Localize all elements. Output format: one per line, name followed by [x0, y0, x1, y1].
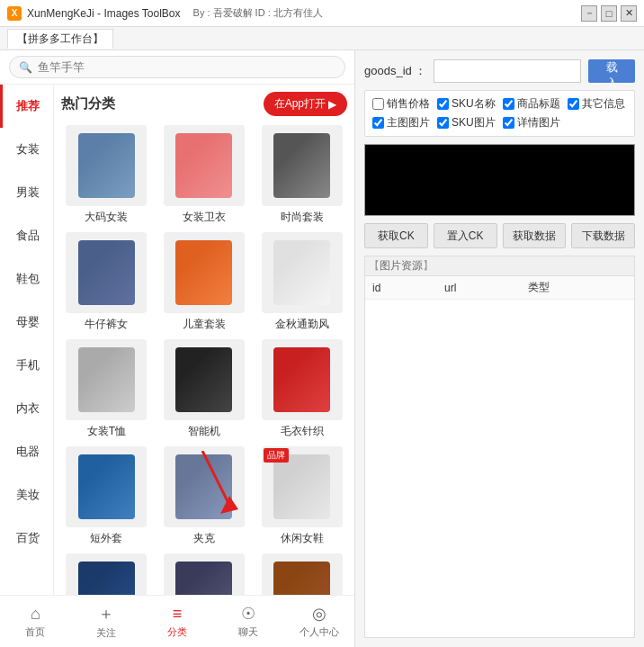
search-input[interactable]: [38, 60, 182, 74]
goods-id-row: goods_id ： 载入: [364, 59, 635, 83]
product-item-11[interactable]: 夹克: [159, 446, 250, 546]
action-buttons: 获取CK置入CK获取数据下载数据: [364, 223, 635, 248]
open-app-button[interactable]: 在App打开 ▶: [264, 92, 347, 116]
products-title: 热门分类: [61, 95, 115, 112]
active-tab[interactable]: 【拼多多工作台】: [7, 29, 113, 49]
checkbox-detail_img[interactable]: 详情图片: [503, 115, 560, 130]
product-label: 毛衣针织: [281, 424, 324, 439]
nav-item-chat[interactable]: ☉聊天: [212, 604, 283, 639]
product-item-14[interactable]: 休闲裤男: [159, 553, 250, 595]
checkbox-input-detail_img[interactable]: [503, 117, 514, 129]
product-item-12[interactable]: 品牌休闲女鞋: [256, 446, 347, 546]
product-label: 女装T恤: [87, 424, 126, 439]
checkbox-input-main_img[interactable]: [372, 117, 384, 129]
checkbox-label-sku_img: SKU图片: [452, 115, 496, 130]
profile-icon: ◎: [312, 604, 326, 624]
window-controls: － □ ✕: [581, 5, 637, 22]
category-item-shoes[interactable]: 鞋包: [0, 257, 53, 301]
minimize-button[interactable]: －: [581, 5, 597, 22]
chat-label: 聊天: [238, 625, 258, 639]
nav-item-category[interactable]: ≡分类: [142, 605, 213, 639]
resources-table: id url 类型: [365, 276, 634, 300]
search-icon: 🔍: [19, 61, 32, 74]
category-item-womens[interactable]: 女装: [0, 128, 53, 171]
title-bar-left: X XunMengKeJi - Images ToolBox By : 吾爱破解…: [7, 6, 323, 21]
product-item-7[interactable]: 女装T恤: [61, 339, 152, 439]
checkbox-input-sku_img[interactable]: [437, 117, 449, 129]
category-item-baby[interactable]: 母婴: [0, 301, 53, 344]
products-grid: 大码女装女装卫衣时尚套装牛仔裤女儿童套装金秋通勤风女装T恤智能机毛衣针织短外套夹…: [61, 125, 347, 595]
app-icon: X: [7, 6, 22, 21]
follow-icon: ＋: [98, 603, 114, 625]
products-header: 热门分类 在App打开 ▶: [61, 92, 347, 116]
search-input-wrap: 🔍: [9, 56, 345, 78]
product-item-3[interactable]: 时尚套装: [256, 125, 347, 225]
product-item-1[interactable]: 大码女装: [61, 125, 152, 225]
category-item-food[interactable]: 食品: [0, 214, 53, 257]
checkbox-label-main_img: 主图图片: [387, 115, 430, 130]
category-item-appliances[interactable]: 电器: [0, 430, 53, 473]
chat-icon: ☉: [241, 604, 255, 624]
get-data-button[interactable]: 获取数据: [503, 223, 567, 248]
category-item-recommend[interactable]: 推荐: [0, 85, 53, 128]
download-data-button[interactable]: 下载数据: [571, 223, 635, 248]
load-button[interactable]: 载入: [588, 59, 635, 83]
open-app-arrow: ▶: [328, 98, 336, 111]
app-by: By : 吾爱破解 ID : 北方有佳人: [193, 6, 323, 20]
app-title: XunMengKeJi - Images ToolBox: [27, 7, 181, 20]
resources-section: 【 图片资源 】 id url 类型: [364, 256, 635, 638]
col-type: 类型: [521, 276, 634, 300]
product-label: 女装卫衣: [183, 210, 226, 225]
category-item-beauty[interactable]: 美妆: [0, 473, 53, 517]
product-item-5[interactable]: 儿童套装: [159, 232, 250, 332]
follow-label: 关注: [96, 626, 116, 640]
checkbox-main_img[interactable]: 主图图片: [372, 115, 430, 130]
set-ck-button[interactable]: 置入CK: [434, 223, 497, 248]
products-area: 热门分类 在App打开 ▶ 大码女装女装卫衣时尚套装牛仔裤女儿童套装金秋通勤风女…: [54, 85, 354, 595]
checkbox-sku_img[interactable]: SKU图片: [437, 115, 496, 130]
category-item-underwear[interactable]: 内衣: [0, 387, 53, 430]
product-item-8[interactable]: 智能机: [159, 339, 250, 439]
product-label: 金秋通勤风: [275, 317, 329, 332]
product-label: 牛仔裤女: [85, 317, 128, 332]
product-label: 短外套: [90, 531, 122, 546]
checkbox-input-goods_title[interactable]: [503, 98, 514, 110]
checkbox-label-goods_title: 商品标题: [517, 96, 560, 112]
product-item-10[interactable]: 短外套: [61, 446, 152, 546]
right-panel: goods_id ： 载入 销售价格SKU名称商品标题其它信息主图图片SKU图片…: [355, 50, 644, 647]
get-ck-button[interactable]: 获取CK: [364, 223, 428, 248]
product-item-15[interactable]: 连衣裙: [256, 553, 347, 595]
resources-table-wrap: id url 类型: [364, 276, 635, 638]
checkbox-goods_title[interactable]: 商品标题: [503, 96, 560, 112]
checkbox-label-sku_name: SKU名称: [452, 96, 496, 112]
category-item-general[interactable]: 百货: [0, 517, 53, 560]
home-label: 首页: [25, 625, 45, 639]
product-item-2[interactable]: 女装卫衣: [159, 125, 250, 225]
col-url: url: [437, 276, 521, 300]
product-label: 夹克: [193, 531, 215, 546]
nav-item-home[interactable]: ⌂首页: [0, 605, 71, 639]
product-item-9[interactable]: 毛衣针织: [256, 339, 347, 439]
nav-item-profile[interactable]: ◎个人中心: [283, 604, 354, 639]
checkbox-sale_price[interactable]: 销售价格: [372, 96, 430, 112]
resources-header: 【 图片资源 】: [364, 256, 635, 276]
product-item-6[interactable]: 金秋通勤风: [256, 232, 347, 332]
goods-id-input[interactable]: [434, 59, 581, 83]
category-label: 分类: [167, 625, 187, 639]
preview-area: [364, 144, 635, 216]
nav-item-follow[interactable]: ＋关注: [71, 603, 142, 640]
product-item-13[interactable]: 男装卫衣: [61, 553, 152, 595]
product-item-4[interactable]: 牛仔裤女: [61, 232, 152, 332]
tab-bar: 【拼多多工作台】: [0, 27, 644, 50]
checkbox-input-sku_name[interactable]: [437, 98, 449, 110]
checkbox-input-other_info[interactable]: [568, 98, 579, 110]
checkbox-sku_name[interactable]: SKU名称: [437, 96, 496, 112]
checkbox-input-sale_price[interactable]: [372, 98, 384, 110]
category-icon: ≡: [173, 605, 183, 624]
category-item-mobile[interactable]: 手机: [0, 344, 53, 387]
category-item-mens[interactable]: 男装: [0, 171, 53, 214]
product-badge: 品牌: [264, 448, 289, 463]
close-button[interactable]: ✕: [621, 5, 637, 22]
checkbox-other_info[interactable]: 其它信息: [568, 96, 625, 112]
maximize-button[interactable]: □: [601, 5, 617, 22]
